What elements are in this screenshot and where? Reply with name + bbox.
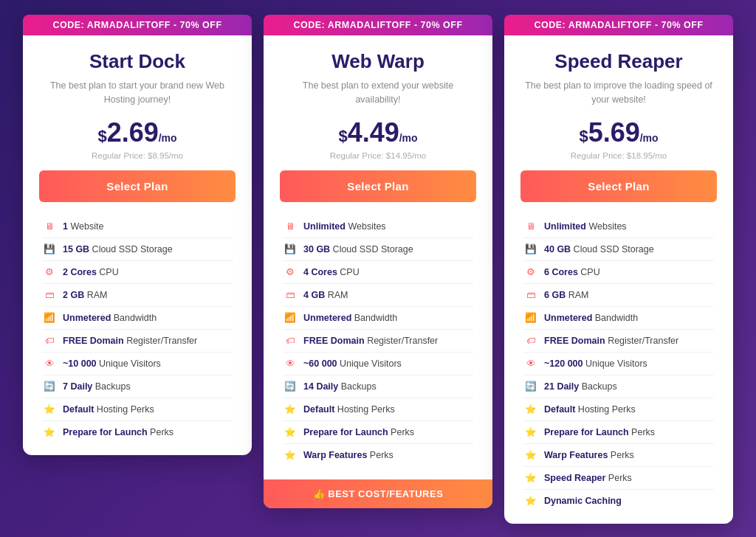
feature-text: Prepare for Launch Perks	[303, 427, 414, 437]
feature-icon: 📶	[42, 311, 57, 325]
feature-item: 🗃6 GB RAM	[523, 284, 714, 307]
promo-banner: CODE: ARMADALIFTOFF - 70% OFF	[23, 15, 252, 35]
feature-icon: 🖥	[42, 219, 57, 234]
plan-description: The best plan to start your brand new We…	[39, 79, 236, 107]
regular-price: Regular Price: $8.95/mo	[92, 151, 183, 160]
feature-highlight: Unmetered	[63, 313, 111, 323]
feature-icon: 🔄	[42, 379, 57, 394]
feature-text: 1 Website	[63, 221, 103, 232]
feature-icon: ⭐	[523, 493, 538, 508]
feature-text: 21 Daily Backups	[544, 381, 617, 392]
plan-name: Speed Reaper	[554, 50, 682, 73]
feature-highlight: ~120 000	[544, 358, 583, 369]
feature-icon: ⭐	[283, 425, 298, 440]
price-amount: 4.49	[348, 117, 399, 148]
price-dollar-sign: $	[97, 127, 106, 146]
feature-text: Unmetered Bandwidth	[303, 313, 397, 323]
feature-highlight: FREE Domain	[544, 336, 605, 346]
feature-highlight: ~10 000	[63, 358, 97, 369]
feature-icon: 📶	[283, 311, 298, 325]
best-value-banner: 👍 BEST COST/FEATURES	[264, 479, 492, 508]
feature-item: 📶Unmetered Bandwidth	[283, 307, 473, 330]
feature-highlight: Unmetered	[303, 313, 351, 323]
feature-highlight: Dynamic Caching	[544, 496, 622, 506]
feature-item: 💾30 GB Cloud SSD Storage	[283, 238, 473, 261]
feature-text: FREE Domain Register/Transfer	[544, 336, 678, 346]
feature-highlight: Prepare for Launch	[303, 427, 388, 437]
feature-highlight: 4 GB	[303, 290, 325, 300]
card-body: Speed ReaperThe best plan to improve the…	[504, 35, 733, 524]
feature-item: ⭐Prepare for Launch Perks	[283, 421, 473, 444]
feature-item: 🖥1 Website	[42, 215, 233, 238]
feature-text: Unlimited Websites	[544, 221, 627, 232]
feature-highlight: Warp Features	[303, 450, 367, 460]
select-plan-button-web-warp[interactable]: Select Plan	[280, 170, 476, 202]
promo-banner: CODE: ARMADALIFTOFF - 70% OFF	[504, 15, 733, 35]
feature-item: ⭐Prepare for Launch Perks	[523, 421, 714, 444]
feature-icon: ⭐	[523, 471, 538, 485]
feature-item: 🖥Unlimited Websites	[283, 215, 473, 238]
feature-text: 40 GB Cloud SSD Storage	[544, 244, 654, 254]
feature-highlight: 7 Daily	[63, 381, 92, 392]
feature-highlight: 21 Daily	[544, 381, 579, 392]
select-plan-button-start-dock[interactable]: Select Plan	[39, 170, 236, 202]
feature-highlight: Prepare for Launch	[544, 427, 629, 437]
feature-item: ⭐Speed Reaper Perks	[523, 467, 714, 490]
card-body: Start DockThe best plan to start your br…	[23, 35, 252, 455]
feature-highlight: FREE Domain	[63, 336, 124, 346]
feature-icon: ⭐	[523, 425, 538, 440]
feature-text: Warp Features Perks	[544, 450, 634, 460]
feature-item: ⭐Prepare for Launch Perks	[42, 421, 233, 443]
select-plan-button-speed-reaper[interactable]: Select Plan	[520, 170, 717, 202]
price-display: $5.69/mo	[579, 117, 658, 148]
feature-icon: 🗃	[42, 288, 57, 302]
feature-item: ⚙6 Cores CPU	[523, 261, 714, 284]
feature-icon: 💾	[523, 242, 538, 257]
feature-item: ⚙2 Cores CPU	[42, 261, 233, 284]
plan-description: The best plan to improve the loading spe…	[520, 79, 717, 107]
feature-icon: ⚙	[523, 265, 538, 280]
feature-text: 7 Daily Backups	[63, 381, 131, 392]
feature-text: Default Hosting Perks	[303, 404, 395, 415]
feature-highlight: 1	[63, 221, 68, 232]
feature-icon: 🔄	[523, 379, 538, 394]
plan-card-web-warp: CODE: ARMADALIFTOFF - 70% OFFWeb WarpThe…	[264, 15, 492, 508]
price-amount: 2.69	[107, 117, 159, 148]
feature-item: 🏷FREE Domain Register/Transfer	[42, 330, 233, 353]
price-period: /mo	[640, 132, 659, 144]
feature-highlight: 6 GB	[544, 290, 566, 300]
feature-text: Dynamic Caching	[544, 496, 622, 506]
feature-icon: ⭐	[42, 425, 57, 440]
feature-text: FREE Domain Register/Transfer	[63, 336, 197, 346]
feature-icon: ⚙	[42, 265, 57, 280]
feature-item: ⭐Dynamic Caching	[523, 490, 714, 512]
feature-item: 🖥Unlimited Websites	[523, 215, 714, 238]
feature-text: Prepare for Launch Perks	[63, 427, 173, 437]
feature-item: 💾15 GB Cloud SSD Storage	[42, 238, 233, 261]
feature-text: 4 Cores CPU	[303, 267, 360, 277]
feature-highlight: Prepare for Launch	[63, 427, 148, 437]
feature-icon: 🏷	[283, 333, 298, 348]
feature-icon: 💾	[42, 242, 57, 257]
feature-icon: ⭐	[283, 402, 298, 417]
plan-card-start-dock: CODE: ARMADALIFTOFF - 70% OFFStart DockT…	[23, 15, 252, 455]
feature-icon: 🗃	[283, 288, 298, 302]
price-period: /mo	[159, 132, 177, 144]
feature-icon: 🖥	[523, 219, 538, 234]
plan-card-speed-reaper: CODE: ARMADALIFTOFF - 70% OFFSpeed Reape…	[504, 15, 733, 524]
feature-highlight: Default	[63, 404, 94, 415]
promo-banner: CODE: ARMADALIFTOFF - 70% OFF	[264, 15, 492, 35]
feature-item: 👁~120 000 Unique Visitors	[523, 353, 714, 375]
feature-highlight: FREE Domain	[303, 336, 365, 346]
feature-highlight: 2 GB	[63, 290, 84, 300]
feature-item: ⭐Warp Features Perks	[283, 444, 473, 466]
feature-text: 2 Cores CPU	[63, 267, 119, 277]
feature-item: ⚙4 Cores CPU	[283, 261, 473, 284]
feature-highlight: 2 Cores	[63, 267, 97, 277]
price-dollar-sign: $	[579, 127, 588, 146]
feature-icon: ⚙	[283, 265, 298, 280]
feature-text: FREE Domain Register/Transfer	[303, 336, 438, 346]
feature-item: 🔄7 Daily Backups	[42, 375, 233, 398]
feature-text: Default Hosting Perks	[544, 404, 636, 415]
feature-item: 🗃2 GB RAM	[42, 284, 233, 307]
